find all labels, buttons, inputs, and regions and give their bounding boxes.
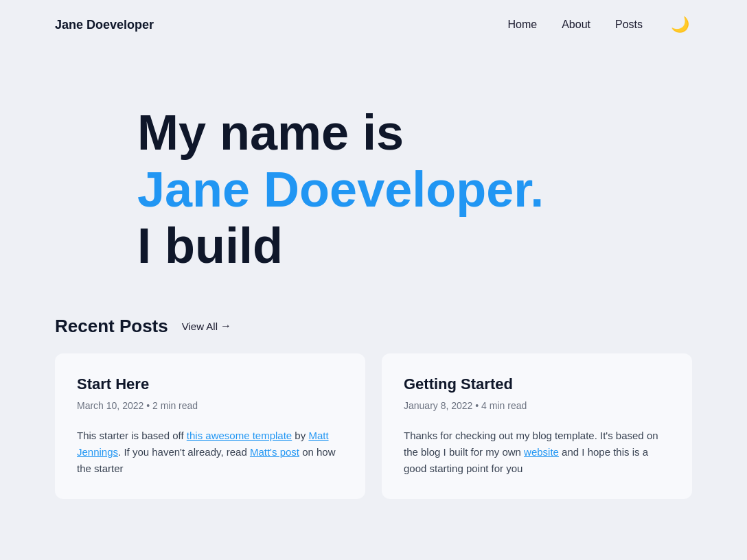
post-readtime-1: 2 min read — [152, 400, 198, 411]
matts-post-link[interactable]: Matt's post — [250, 446, 299, 458]
nav-links: Home About Posts 🌙 — [507, 12, 692, 37]
post-readtime-2: 4 min read — [481, 400, 527, 411]
excerpt-after-link2: . If you haven't already, read — [118, 446, 250, 458]
nav-logo[interactable]: Jane Doeveloper — [55, 18, 154, 32]
post-title-2: Getting Started — [404, 375, 670, 393]
hero-section: My name is Jane Doeveloper. I build — [0, 49, 747, 316]
post-meta-2: January 8, 2022 • 4 min read — [404, 400, 670, 411]
recent-posts-title: Recent Posts — [55, 316, 168, 337]
recent-posts-section: Recent Posts View All → Start Here March… — [0, 316, 747, 540]
post-date-1: March 10, 2022 — [77, 400, 143, 411]
nav-link-about[interactable]: About — [562, 19, 590, 31]
post-excerpt-2: Thanks for checking out my blog template… — [404, 428, 670, 477]
nav-link-home[interactable]: Home — [507, 19, 537, 31]
arrow-icon: → — [220, 320, 231, 332]
post-title-1: Start Here — [77, 375, 343, 393]
excerpt-text-before: This starter is based off — [77, 430, 187, 441]
view-all-link[interactable]: View All → — [182, 320, 231, 332]
website-link[interactable]: website — [524, 446, 559, 458]
hero-text: My name is Jane Doeveloper. I build — [137, 104, 692, 275]
post-card-1: Start Here March 10, 2022 • 2 min read T… — [55, 353, 365, 499]
hero-line2: Jane Doeveloper. — [137, 161, 692, 218]
post-date-2: January 8, 2022 — [404, 400, 472, 411]
posts-grid: Start Here March 10, 2022 • 2 min read T… — [55, 353, 692, 499]
post-meta-1: March 10, 2022 • 2 min read — [77, 400, 343, 411]
post-card-2: Getting Started January 8, 2022 • 4 min … — [382, 353, 692, 499]
recent-posts-header: Recent Posts View All → — [55, 316, 692, 337]
nav-link-posts[interactable]: Posts — [615, 19, 643, 31]
dark-mode-toggle[interactable]: 🌙 — [667, 12, 692, 37]
hero-line1: My name is — [137, 104, 692, 161]
hero-line3: I build — [137, 218, 692, 275]
template-link[interactable]: this awesome template — [187, 430, 292, 441]
view-all-label: View All — [182, 320, 218, 332]
moon-icon: 🌙 — [671, 16, 689, 34]
navbar: Jane Doeveloper Home About Posts 🌙 — [0, 0, 747, 49]
post-excerpt-1: This starter is based off this awesome t… — [77, 428, 343, 477]
excerpt-by: by — [292, 430, 308, 441]
